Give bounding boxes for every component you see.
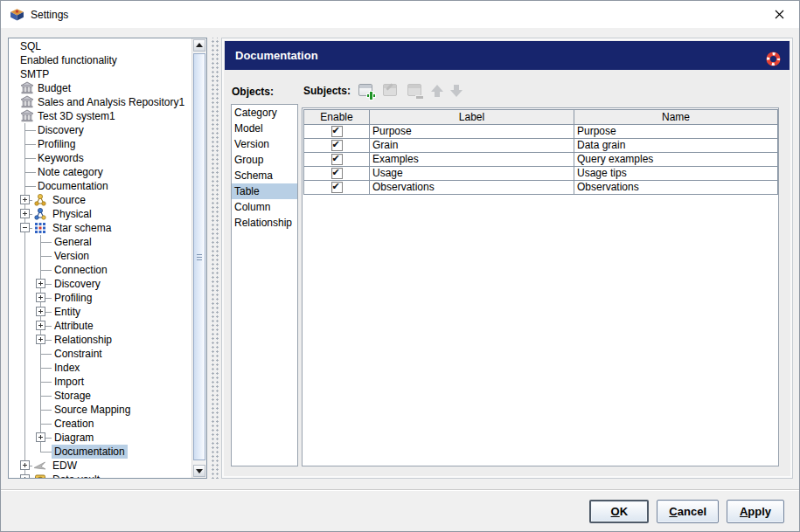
enable-checkbox-checked[interactable] (331, 126, 343, 137)
tree-item[interactable]: Entity (9, 305, 192, 319)
tree-item[interactable]: Index (9, 361, 192, 375)
tree-expander-plus-icon[interactable] (36, 335, 45, 344)
name-cell[interactable]: Purpose (574, 125, 778, 139)
objects-list-item[interactable]: Group (232, 152, 297, 168)
scrollbar-down-button[interactable] (193, 465, 205, 477)
tree-item[interactable]: Keywords (9, 151, 192, 165)
scrollbar-up-button[interactable] (193, 39, 205, 52)
tree-item[interactable]: SQL (9, 39, 192, 53)
add-subject-icon[interactable] (358, 83, 375, 99)
tree-item[interactable]: Connection (9, 263, 192, 277)
tree-item[interactable]: Import (9, 375, 192, 389)
tree-item[interactable]: Profiling (9, 137, 192, 151)
tree-item[interactable]: Diagram (9, 431, 192, 445)
objects-list-item[interactable]: Category (232, 105, 297, 121)
enable-checkbox-checked[interactable] (331, 154, 343, 165)
tree-item[interactable]: Storage (9, 389, 192, 403)
tree-item[interactable]: Note category (9, 165, 192, 179)
cancel-button[interactable]: Cancel (657, 500, 719, 523)
tree-item[interactable]: Profiling (9, 291, 192, 305)
table-header-label[interactable]: Label (370, 110, 574, 125)
tree-item[interactable]: Source Mapping (9, 403, 192, 417)
tree-item[interactable]: Enabled functionality (9, 53, 192, 67)
tree-item[interactable]: SMTP (9, 67, 192, 81)
thumb-grip (197, 259, 202, 260)
tree-item[interactable]: Sales and Analysis Repository1 (9, 95, 192, 109)
tree-item[interactable]: General (9, 235, 192, 249)
tree-expander-plus-icon[interactable] (36, 321, 45, 330)
tree-item[interactable]: Constraint (9, 347, 192, 361)
tree-expander-plus-icon[interactable] (20, 195, 30, 204)
enable-checkbox-checked[interactable] (331, 182, 343, 193)
tree-item-label: Data vault (50, 473, 102, 478)
objects-list-item[interactable]: Relationship (232, 215, 297, 231)
table-row: ExamplesQuery examples (304, 153, 778, 167)
tree-item[interactable]: Version (9, 249, 192, 263)
tree-expander-plus-icon[interactable] (20, 460, 30, 470)
enable-checkbox-checked[interactable] (331, 140, 343, 151)
tree-guide-line (24, 305, 25, 319)
table-header-enable[interactable]: Enable (304, 110, 370, 125)
tree-expander-minus-icon[interactable] (20, 223, 30, 232)
scroll-down-icon (196, 469, 203, 473)
name-cell[interactable]: Observations (574, 181, 778, 195)
tree-item[interactable]: Physical (9, 207, 192, 221)
tree-item-label: SMTP (17, 67, 52, 81)
panel-splitter[interactable] (210, 38, 219, 479)
enable-cell[interactable] (304, 181, 370, 195)
objects-list-item[interactable]: Version (232, 136, 297, 152)
objects-list-item[interactable]: Table (232, 183, 297, 199)
tree-item[interactable]: Discovery (9, 123, 192, 137)
tree-item-label: Keywords (35, 151, 87, 165)
tree-item[interactable]: Relationship (9, 333, 192, 347)
enable-checkbox-checked[interactable] (331, 168, 343, 179)
name-cell[interactable]: Query examples (574, 153, 778, 167)
ok-button[interactable]: OK (589, 500, 649, 523)
name-cell[interactable]: Data grain (574, 139, 778, 153)
tree-item[interactable]: Data vault (9, 473, 192, 478)
tree-expander-plus-icon[interactable] (36, 293, 45, 302)
tree-item[interactable]: Documentation (9, 445, 192, 459)
tree-item-label: Star schema (50, 221, 114, 235)
enable-cell[interactable] (304, 153, 370, 167)
tree-guide-line (24, 389, 25, 403)
tree-expander-plus-icon[interactable] (36, 307, 45, 316)
tree-item[interactable]: Creation (9, 417, 192, 431)
name-cell[interactable]: Usage tips (574, 167, 778, 181)
tree-item[interactable]: Documentation (9, 179, 192, 193)
tree-item[interactable]: EDW (9, 459, 192, 473)
tree-item[interactable]: Test 3D system1 (9, 109, 192, 123)
objects-list-item[interactable]: Column (232, 199, 297, 215)
close-button[interactable] (760, 1, 799, 28)
tree-item-label: Version (52, 249, 92, 263)
tree-item-label: General (52, 235, 94, 249)
label-cell[interactable]: Examples (370, 153, 574, 167)
apply-button[interactable]: Apply (727, 500, 784, 523)
label-cell[interactable]: Usage (370, 167, 574, 181)
tree-item[interactable]: Star schema (9, 221, 192, 235)
tree-item[interactable]: Budget (9, 81, 192, 95)
label-cell[interactable]: Purpose (370, 125, 574, 139)
tree-expander-plus-icon[interactable] (20, 474, 30, 478)
tree-expander-plus-icon[interactable] (36, 432, 45, 442)
tree-item[interactable]: Source (9, 193, 192, 207)
tree-expander-plus-icon[interactable] (20, 209, 30, 218)
vertical-scrollbar[interactable] (191, 38, 206, 478)
panel-header: Documentation (225, 41, 790, 70)
physical-icon (33, 207, 47, 221)
enable-cell[interactable] (304, 139, 370, 153)
help-icon[interactable] (766, 48, 781, 63)
scrollbar-thumb[interactable] (193, 53, 205, 460)
enable-cell[interactable] (304, 125, 370, 139)
tree-guide-line (40, 445, 41, 452)
label-cell[interactable]: Grain (370, 139, 574, 153)
tree-item[interactable]: Discovery (9, 277, 192, 291)
enable-cell[interactable] (304, 167, 370, 181)
objects-list-item[interactable]: Schema (232, 168, 297, 183)
objects-list-item[interactable]: Model (232, 121, 297, 136)
label-cell[interactable]: Observations (370, 181, 574, 195)
table-header-name[interactable]: Name (574, 110, 778, 125)
dialog-buttons: OK Cancel Apply (589, 500, 784, 523)
tree-expander-plus-icon[interactable] (36, 279, 45, 288)
tree-item[interactable]: Attribute (9, 319, 192, 333)
